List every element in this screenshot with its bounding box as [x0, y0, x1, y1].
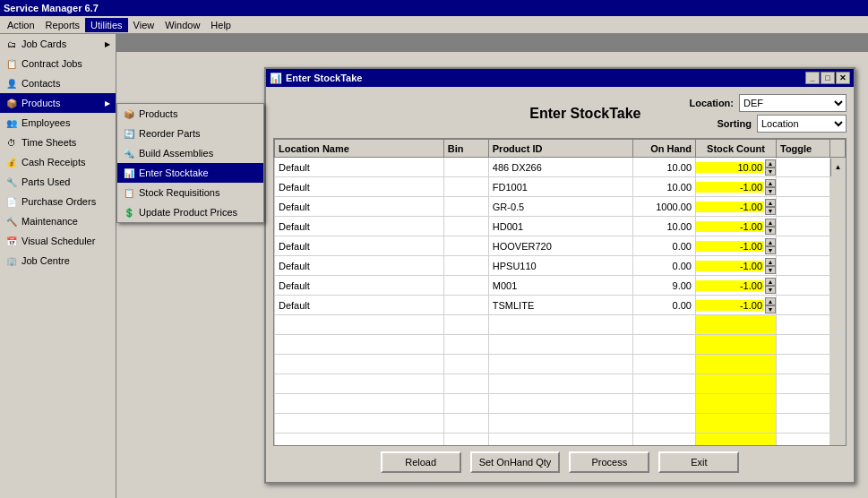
dropdown-reorder-parts[interactable]: 🔄 Reorder Parts [117, 124, 263, 143]
spin-down-btn[interactable]: ▼ [765, 246, 776, 254]
stock-count-spinner[interactable]: ▲ ▼ [765, 179, 776, 195]
spin-down-btn[interactable]: ▼ [765, 187, 776, 195]
cell-stock-count[interactable]: -1.00 ▲ ▼ [696, 276, 777, 296]
cell-location [275, 355, 444, 374]
cell-stock-count[interactable]: -1.00 ▲ ▼ [696, 197, 777, 217]
cell-bin [443, 434, 488, 447]
stock-count-spinner[interactable]: ▲ ▼ [765, 238, 776, 254]
cell-toggle [777, 236, 830, 256]
sidebar-item-contract-jobs[interactable]: 📋 Contract Jobs [0, 54, 116, 73]
spin-up-btn[interactable]: ▲ [765, 278, 776, 286]
table-row [275, 355, 846, 374]
dialog-icon: 📊 [270, 73, 282, 84]
stock-count-value[interactable]: -1.00 [696, 280, 764, 291]
cell-on-hand [633, 335, 696, 355]
menu-utilities[interactable]: Utilities [85, 18, 127, 32]
exit-button[interactable]: Exit [658, 451, 739, 473]
spin-up-btn[interactable]: ▲ [765, 219, 776, 227]
stock-count-spinner[interactable]: ▲ ▼ [765, 199, 776, 215]
cell-stock-count[interactable]: -1.00 ▲ ▼ [696, 236, 777, 256]
reload-button[interactable]: Reload [381, 451, 461, 473]
cell-location: Default [275, 217, 444, 236]
sorting-select[interactable]: Location [757, 115, 847, 133]
stock-count-spinner[interactable]: ▲ ▼ [765, 219, 776, 235]
menu-help[interactable]: Help [205, 18, 236, 32]
cell-toggle [777, 374, 830, 394]
sidebar-item-contacts[interactable]: 👤 Contacts [0, 73, 116, 93]
spin-down-btn[interactable]: ▼ [765, 286, 776, 294]
dd-reorder-label: Reorder Parts [139, 128, 200, 139]
cell-stock-count[interactable]: -1.00 ▲ ▼ [696, 296, 777, 315]
stock-count-value[interactable]: -1.00 [696, 202, 764, 212]
sidebar-item-parts-used[interactable]: 🔧 Parts Used [0, 172, 116, 192]
dropdown-stock-requisitions[interactable]: 📋 Stock Requisitions [117, 183, 263, 202]
dropdown-build-assemblies[interactable]: 🔩 Build Assemblies [117, 143, 263, 163]
stock-count-spinner[interactable]: ▲ ▼ [765, 297, 776, 313]
cell-stock-count [696, 355, 777, 374]
cell-bin [443, 335, 488, 355]
stock-count-value[interactable]: -1.00 [696, 300, 764, 311]
parts-used-icon: 🔧 [5, 176, 18, 188]
sidebar-item-time-sheets[interactable]: ⏱ Time Sheets [0, 133, 116, 152]
cell-bin [443, 177, 488, 197]
dialog-minimize-btn[interactable]: _ [805, 72, 820, 84]
sidebar-label-cash-receipts: Cash Receipts [21, 157, 86, 167]
menu-bar: Action Reports Utilities View Window Hel… [0, 16, 868, 34]
spin-up-btn[interactable]: ▲ [765, 199, 776, 207]
table-row: DefaultFD100110.00 -1.00 ▲ ▼ [275, 177, 846, 197]
dialog-main-title: Enter StockTake [481, 106, 689, 122]
location-select[interactable]: DEF [739, 94, 847, 112]
cell-stock-count[interactable]: -1.00 ▲ ▼ [696, 177, 777, 197]
spin-down-btn[interactable]: ▼ [765, 207, 776, 215]
products-dropdown: 📦 Products 🔄 Reorder Parts 🔩 Build Assem… [116, 103, 264, 223]
dialog-maximize-btn[interactable]: □ [821, 72, 835, 84]
menu-reports[interactable]: Reports [40, 18, 86, 32]
table-container: Location Name Bin Product ID On Hand Sto… [273, 138, 847, 446]
sidebar-item-purchase-orders[interactable]: 📄 Purchase Orders [0, 192, 116, 211]
cell-location [275, 414, 444, 434]
menu-view[interactable]: View [128, 18, 160, 32]
sidebar-item-visual-scheduler[interactable]: 📅 Visual Scheduler [0, 231, 116, 251]
cell-stock-count[interactable]: 10.00 ▲ ▼ [696, 158, 777, 177]
spin-down-btn[interactable]: ▼ [765, 305, 776, 313]
contacts-icon: 👤 [5, 77, 18, 90]
stock-count-spinner[interactable]: ▲ ▼ [765, 278, 776, 294]
menu-window[interactable]: Window [159, 18, 205, 32]
cell-stock-count[interactable]: -1.00 ▲ ▼ [696, 217, 777, 236]
spin-down-btn[interactable]: ▼ [765, 266, 776, 274]
stock-count-spinner[interactable]: ▲ ▼ [765, 258, 776, 274]
stock-count-value[interactable]: -1.00 [696, 241, 764, 252]
sidebar-item-cash-receipts[interactable]: 💰 Cash Receipts [0, 152, 116, 172]
sorting-row: Sorting Location [718, 115, 847, 133]
spin-up-btn[interactable]: ▲ [765, 297, 776, 305]
stock-count-spinner[interactable]: ▲ ▼ [765, 159, 776, 176]
dialog-close-btn[interactable]: ✕ [836, 72, 850, 84]
spin-up-btn[interactable]: ▲ [765, 159, 776, 167]
cell-bin [443, 296, 488, 315]
spin-up-btn[interactable]: ▲ [765, 179, 776, 187]
dropdown-products[interactable]: 📦 Products [117, 104, 263, 124]
sidebar-item-products[interactable]: 📦 Products ▶ [0, 93, 116, 113]
sidebar-item-employees[interactable]: 👥 Employees [0, 113, 116, 133]
sidebar-item-job-cards[interactable]: 🗂 Job Cards ▶ [0, 34, 116, 54]
cell-toggle [777, 335, 830, 355]
dropdown-update-prices[interactable]: 💲 Update Product Prices [117, 202, 263, 222]
bg-app-title [116, 34, 868, 52]
spin-down-btn[interactable]: ▼ [765, 167, 776, 176]
process-button[interactable]: Process [569, 451, 649, 473]
stock-count-value[interactable]: 10.00 [696, 162, 764, 173]
set-onhand-button[interactable]: Set OnHand Qty [470, 451, 561, 473]
sidebar-item-job-centre[interactable]: 🏢 Job Centre [0, 251, 116, 270]
cell-bin [443, 394, 488, 414]
menu-action[interactable]: Action [2, 18, 40, 32]
sidebar-item-maintenance[interactable]: 🔨 Maintenance [0, 211, 116, 231]
scroll-cell [830, 355, 846, 374]
spin-down-btn[interactable]: ▼ [765, 227, 776, 235]
stock-count-value[interactable]: -1.00 [696, 221, 764, 232]
cell-stock-count[interactable]: -1.00 ▲ ▼ [696, 256, 777, 276]
dropdown-enter-stocktake[interactable]: 📊 Enter Stocktake [117, 163, 263, 183]
stock-count-value[interactable]: -1.00 [696, 182, 764, 193]
spin-up-btn[interactable]: ▲ [765, 258, 776, 266]
spin-up-btn[interactable]: ▲ [765, 238, 776, 246]
stock-count-value[interactable]: -1.00 [696, 261, 764, 271]
